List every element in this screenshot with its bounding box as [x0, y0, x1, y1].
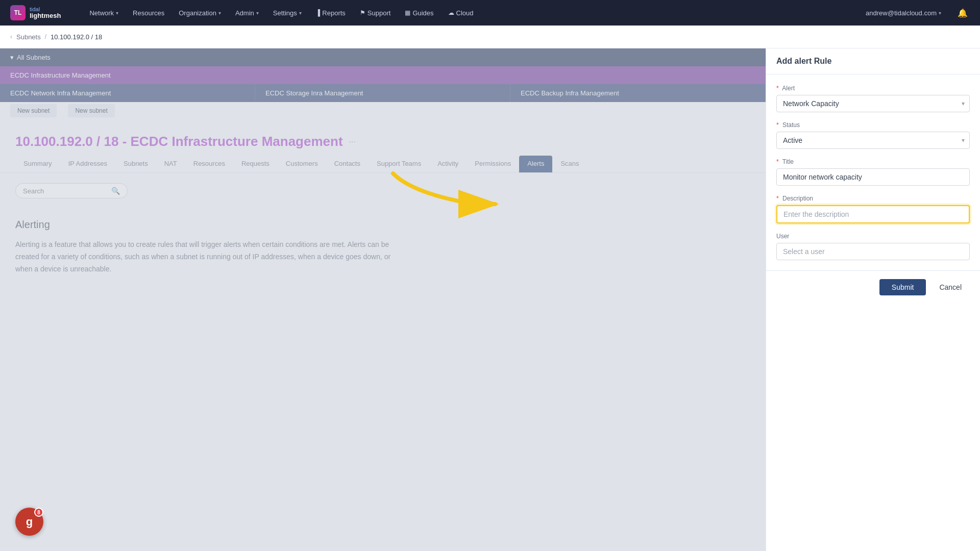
form-group-title: * Title: [776, 158, 970, 186]
alerting-description: Alerting is a feature that allows you to…: [15, 239, 403, 275]
tab-alerts[interactable]: Alerts: [519, 156, 552, 172]
tab-scans[interactable]: Scans: [552, 156, 587, 172]
nav-items: Network ▾ Resources Organization ▾ Admin…: [83, 6, 847, 20]
nav-settings[interactable]: Settings ▾: [267, 6, 308, 20]
nav-right: andrew@tidalcloud.com ▾ 🔔: [860, 6, 970, 20]
tab-subnets[interactable]: Subnets: [115, 156, 156, 172]
nav-reports[interactable]: ▐ Reports: [310, 6, 352, 20]
tree-new-subnet-1[interactable]: New subnet: [10, 104, 57, 117]
breadcrumb-separator: /: [45, 33, 46, 40]
bar-chart-icon: ▐: [316, 9, 321, 16]
search-row: 🔍: [0, 173, 766, 209]
guides-icon: ▦: [405, 9, 410, 16]
nav-user-email[interactable]: andrew@tidalcloud.com ▾: [860, 6, 947, 20]
support-icon: ⚑: [360, 9, 365, 16]
tab-permissions[interactable]: Permissions: [467, 156, 519, 172]
avatar-badge: 8: [34, 508, 43, 517]
title-input[interactable]: [776, 168, 970, 186]
alert-label: * Alert: [776, 85, 970, 92]
logo-icon: TL: [10, 5, 26, 20]
description-label: * Description: [776, 195, 970, 202]
nav-network[interactable]: Network ▾: [83, 6, 125, 20]
search-box: 🔍: [15, 183, 128, 198]
nav-support[interactable]: ⚑ Support: [354, 6, 397, 20]
form-group-alert: * Alert Network Capacity ▾: [776, 85, 970, 112]
nav-settings-caret: ▾: [299, 10, 302, 16]
form-group-user: User: [776, 233, 970, 260]
notification-bell[interactable]: 🔔: [955, 6, 970, 20]
subnet-tree: ▾ All Subnets ECDC Infrastructure Manage…: [0, 48, 766, 121]
submit-button[interactable]: Submit: [879, 279, 926, 295]
avatar-letter: g: [26, 515, 33, 529]
tab-support-teams[interactable]: Support Teams: [369, 156, 429, 172]
cancel-button[interactable]: Cancel: [931, 279, 970, 295]
nav-guides[interactable]: ▦ Guides: [399, 6, 439, 20]
navbar: TL tidal lightmesh Network ▾ Resources O…: [0, 0, 980, 26]
nav-resources[interactable]: Resources: [127, 6, 170, 20]
tab-nat[interactable]: NAT: [156, 156, 185, 172]
tab-summary[interactable]: Summary: [15, 156, 60, 172]
panel-body: * Alert Network Capacity ▾ * Status: [766, 74, 980, 270]
status-select-wrap: Active ▾: [776, 132, 970, 149]
tree-ecdc-infra[interactable]: ECDC Infrastructure Management: [0, 66, 766, 84]
tree-row-2: ECDC Network Infra Management ECDC Stora…: [0, 84, 766, 102]
right-panel: Add alert Rule * Alert Network Capacity …: [766, 48, 980, 551]
nav-network-caret: ▾: [116, 10, 118, 16]
tree-storage-infra[interactable]: ECDC Storage Inra Management: [255, 84, 510, 102]
description-input[interactable]: [776, 205, 970, 223]
status-select[interactable]: Active: [776, 132, 970, 149]
tree-expand-icon: ▾: [10, 54, 14, 61]
nav-cloud[interactable]: ☁ Cloud: [442, 6, 480, 20]
tabs-bar: Summary IP Addresses Subnets NAT Resourc…: [0, 149, 766, 173]
tab-activity[interactable]: Activity: [429, 156, 467, 172]
tree-backup-infra[interactable]: ECDC Backup Infra Management: [510, 84, 766, 102]
nav-organization[interactable]: Organization ▾: [173, 6, 227, 20]
user-input[interactable]: [776, 243, 970, 260]
title-label: * Title: [776, 158, 970, 165]
g-avatar[interactable]: g 8: [15, 508, 43, 536]
search-input[interactable]: [23, 187, 108, 195]
page-title: 10.100.192.0 / 18 - ECDC Infrastructure …: [15, 134, 343, 149]
breadcrumb-parent[interactable]: Subnets: [16, 33, 41, 41]
form-group-status: * Status Active ▾: [776, 121, 970, 149]
nav-admin-caret: ▾: [256, 10, 259, 16]
content-area: ▾ All Subnets ECDC Infrastructure Manage…: [0, 48, 766, 551]
panel-header: Add alert Rule: [766, 48, 980, 74]
tree-row-3: New subnet New subnet: [0, 102, 766, 121]
main-layout: ▾ All Subnets ECDC Infrastructure Manage…: [0, 48, 980, 551]
breadcrumb-current: 10.100.192.0 / 18: [51, 33, 102, 41]
page-header: 10.100.192.0 / 18 - ECDC Infrastructure …: [0, 121, 766, 149]
search-icon: 🔍: [111, 187, 120, 195]
alerting-title: Alerting: [15, 219, 750, 231]
tree-network-infra[interactable]: ECDC Network Infra Management: [0, 84, 255, 102]
nav-admin[interactable]: Admin ▾: [229, 6, 265, 20]
page-more-button[interactable]: ···: [349, 137, 356, 146]
tab-requests[interactable]: Requests: [233, 156, 278, 172]
logo-text: tidal lightmesh: [30, 6, 61, 19]
panel-footer: Submit Cancel: [766, 270, 980, 304]
nav-org-caret: ▾: [218, 10, 221, 16]
breadcrumb: ‹ Subnets / 10.100.192.0 / 18: [0, 26, 980, 48]
logo[interactable]: TL tidal lightmesh: [10, 5, 61, 20]
alert-select-wrap: Network Capacity ▾: [776, 95, 970, 112]
user-caret: ▾: [939, 10, 941, 16]
alerting-section: Alerting Alerting is a feature that allo…: [0, 209, 766, 285]
tree-new-subnet-2[interactable]: New subnet: [68, 104, 114, 117]
tab-contacts[interactable]: Contacts: [326, 156, 369, 172]
tree-all-subnets[interactable]: ▾ All Subnets: [0, 48, 766, 66]
tab-customers[interactable]: Customers: [278, 156, 326, 172]
user-label: User: [776, 233, 970, 240]
status-label: * Status: [776, 121, 970, 129]
logo-line2: lightmesh: [30, 12, 61, 19]
tab-resources[interactable]: Resources: [185, 156, 233, 172]
alert-select[interactable]: Network Capacity: [776, 95, 970, 112]
form-group-description: * Description: [776, 195, 970, 223]
cloud-icon: ☁: [448, 9, 454, 16]
breadcrumb-back-icon: ‹: [10, 33, 12, 40]
tab-ip-addresses[interactable]: IP Addresses: [60, 156, 115, 172]
